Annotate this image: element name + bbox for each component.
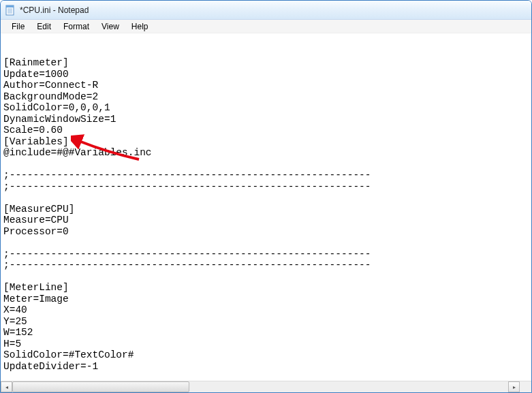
editor-line: SolidColor=#TextColor# — [3, 349, 529, 361]
editor-line — [3, 192, 529, 204]
svg-rect-1 — [6, 5, 14, 7]
editor-line: [Variables] — [3, 136, 529, 148]
editor-line — [3, 271, 529, 283]
editor-line — [3, 237, 529, 249]
scroll-thumb[interactable] — [12, 381, 189, 392]
editor-line: Update=1000 — [3, 69, 529, 80]
editor-line: Processor=0 — [3, 226, 529, 238]
editor-line: UpdateDivider=-1 — [3, 361, 529, 373]
menu-format[interactable]: Format — [58, 21, 95, 32]
editor-line: DynamicWindowSize=1 — [3, 114, 529, 125]
text-editor[interactable]: [Rainmeter]Update=1000Author=Connect-RBa… — [1, 33, 531, 381]
editor-line: @include=#@#Variables.inc — [3, 147, 529, 159]
editor-line: [MeterLine] — [3, 282, 529, 294]
notepad-window: *CPU.ini - Notepad File Edit Format View… — [0, 0, 532, 393]
menu-file[interactable]: File — [6, 21, 30, 32]
editor-line: SolidColor=0,0,0,1 — [3, 102, 529, 114]
editor-line: [MeasureCPU] — [3, 204, 529, 215]
scroll-left-button[interactable]: ◂ — [1, 381, 12, 392]
editor-line: W=152 — [3, 327, 529, 339]
menu-bar: File Edit Format View Help — [1, 20, 531, 33]
editor-line: H=5 — [3, 339, 529, 350]
scroll-corner — [520, 381, 531, 392]
title-bar[interactable]: *CPU.ini - Notepad — [1, 1, 531, 20]
editor-line: X=40 — [3, 304, 529, 316]
scroll-right-button[interactable]: ▸ — [508, 381, 520, 392]
editor-line: BackgroundMode=2 — [3, 91, 529, 103]
scroll-track[interactable] — [12, 381, 508, 392]
editor-line: ;---------------------------------------… — [3, 260, 529, 271]
editor-line: [Rainmeter] — [3, 57, 529, 69]
editor-line: ;---------------------------------------… — [3, 249, 529, 260]
editor-line — [3, 159, 529, 170]
editor-line: ;---------------------------------------… — [3, 170, 529, 181]
editor-line: Meter=Image — [3, 294, 529, 305]
editor-line: Measure=CPU — [3, 215, 529, 226]
menu-view[interactable]: View — [96, 21, 125, 32]
horizontal-scrollbar: ◂ ▸ — [1, 381, 531, 392]
editor-line: ;---------------------------------------… — [3, 181, 529, 193]
editor-line: Scale=0.60 — [3, 125, 529, 136]
menu-edit[interactable]: Edit — [31, 21, 57, 32]
notepad-icon — [5, 5, 16, 16]
editor-line: Y=25 — [3, 316, 529, 328]
window-title: *CPU.ini - Notepad — [20, 5, 89, 15]
menu-help[interactable]: Help — [126, 21, 154, 32]
editor-line: Author=Connect-R — [3, 80, 529, 91]
